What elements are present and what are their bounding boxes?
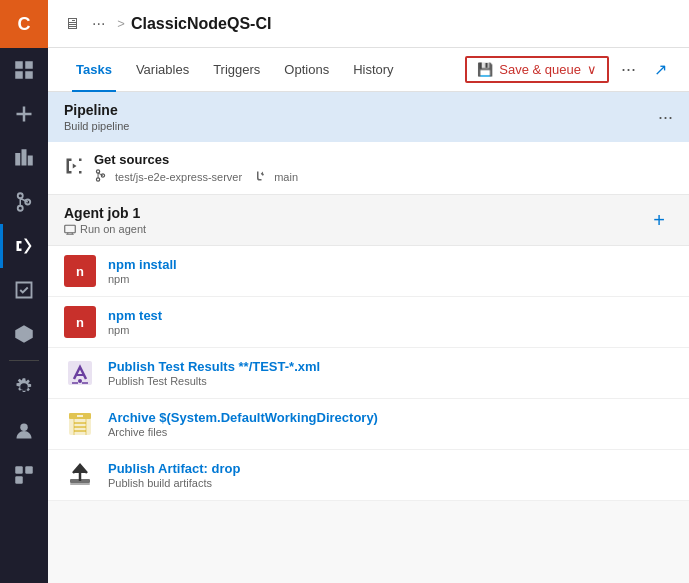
add-task-button[interactable]: + bbox=[645, 207, 673, 234]
get-sources-row[interactable]: Get sources test/js-e2e-express-server m… bbox=[48, 142, 689, 195]
agent-job-info: Agent job 1 Run on agent bbox=[64, 205, 146, 235]
svg-rect-4 bbox=[15, 153, 20, 166]
task-publish-test-results[interactable]: Publish Test Results **/TEST-*.xml Publi… bbox=[48, 348, 689, 399]
task-npm-install-subtitle: npm bbox=[108, 273, 673, 285]
npm-test-icon: n bbox=[64, 306, 96, 338]
svg-point-15 bbox=[96, 170, 99, 173]
get-sources-content: Get sources test/js-e2e-express-server m… bbox=[94, 152, 673, 184]
external-link-button[interactable]: ↗ bbox=[648, 56, 673, 83]
content-area: Pipeline Build pipeline ··· Get sources … bbox=[48, 92, 689, 583]
get-sources-title: Get sources bbox=[94, 152, 673, 167]
settings-icon[interactable] bbox=[0, 365, 48, 409]
pipelines-icon[interactable] bbox=[0, 224, 48, 268]
task-npm-install[interactable]: n npm install npm bbox=[48, 246, 689, 297]
svg-point-7 bbox=[18, 193, 23, 198]
task-npm-test-subtitle: npm bbox=[108, 324, 673, 336]
pipeline-title: Pipeline bbox=[64, 102, 129, 118]
breadcrumb: 🖥 ··· > ClassicNodeQS-CI bbox=[64, 15, 271, 33]
pipeline-subtitle: Build pipeline bbox=[64, 120, 129, 132]
agent-job-run-label: Run on agent bbox=[80, 223, 146, 235]
task-npm-test-title: npm test bbox=[108, 308, 673, 323]
tab-actions: 💾 Save & queue ∨ ··· ↗ bbox=[465, 55, 673, 84]
dropdown-arrow-icon: ∨ bbox=[587, 62, 597, 77]
task-archive[interactable]: Archive $(System.DefaultWorkingDirectory… bbox=[48, 399, 689, 450]
svg-rect-0 bbox=[15, 61, 23, 69]
task-publish-artifact-subtitle: Publish build artifacts bbox=[108, 477, 673, 489]
task-publish-test-results-content: Publish Test Results **/TEST-*.xml Publi… bbox=[108, 359, 673, 387]
svg-rect-1 bbox=[25, 61, 33, 69]
boards-icon[interactable] bbox=[0, 136, 48, 180]
extensions-icon[interactable] bbox=[0, 453, 48, 497]
svg-point-11 bbox=[20, 424, 28, 432]
npm-install-icon: n bbox=[64, 255, 96, 287]
agent-job-title: Agent job 1 bbox=[64, 205, 146, 221]
svg-point-8 bbox=[18, 206, 23, 211]
task-archive-content: Archive $(System.DefaultWorkingDirectory… bbox=[108, 410, 673, 438]
testplans-icon[interactable] bbox=[0, 268, 48, 312]
get-sources-meta: test/js-e2e-express-server main bbox=[94, 169, 673, 184]
pipeline-icon: 🖥 bbox=[64, 15, 80, 33]
svg-rect-5 bbox=[22, 149, 27, 165]
breadcrumb-more[interactable]: ··· bbox=[92, 15, 105, 33]
svg-rect-2 bbox=[15, 71, 23, 79]
svg-marker-10 bbox=[15, 325, 33, 343]
svg-rect-24 bbox=[70, 483, 90, 485]
publish-artifact-icon bbox=[64, 459, 96, 491]
pipeline-header: Pipeline Build pipeline ··· bbox=[48, 92, 689, 142]
svg-point-20 bbox=[78, 379, 82, 383]
agent-job-subtitle: Run on agent bbox=[64, 223, 146, 235]
save-queue-label: Save & queue bbox=[499, 62, 581, 77]
artifacts-icon[interactable] bbox=[0, 312, 48, 356]
svg-rect-13 bbox=[25, 466, 33, 474]
repo-icon bbox=[94, 169, 107, 184]
svg-rect-14 bbox=[15, 476, 23, 484]
svg-rect-18 bbox=[65, 225, 76, 233]
agent-job-header: Agent job 1 Run on agent + bbox=[48, 195, 689, 246]
save-queue-button[interactable]: 💾 Save & queue ∨ bbox=[465, 56, 609, 83]
task-npm-test[interactable]: n npm test npm bbox=[48, 297, 689, 348]
task-publish-artifact-content: Publish Artifact: drop Publish build art… bbox=[108, 461, 673, 489]
svg-point-16 bbox=[96, 178, 99, 181]
tab-tasks[interactable]: Tasks bbox=[64, 48, 124, 92]
tab-history[interactable]: History bbox=[341, 48, 405, 92]
save-icon: 💾 bbox=[477, 62, 493, 77]
more-options-button[interactable]: ··· bbox=[613, 55, 644, 84]
add-icon[interactable] bbox=[0, 92, 48, 136]
task-publish-artifact-title: Publish Artifact: drop bbox=[108, 461, 673, 476]
task-publish-test-results-title: Publish Test Results **/TEST-*.xml bbox=[108, 359, 673, 374]
task-publish-test-results-subtitle: Publish Test Results bbox=[108, 375, 673, 387]
breadcrumb-separator: > bbox=[117, 16, 125, 31]
topbar: 🖥 ··· > ClassicNodeQS-CI bbox=[48, 0, 689, 48]
svg-rect-6 bbox=[28, 156, 33, 166]
pipeline-info: Pipeline Build pipeline bbox=[64, 102, 129, 132]
repo-name: test/js-e2e-express-server bbox=[115, 171, 242, 183]
archive-icon bbox=[64, 408, 96, 440]
tab-options[interactable]: Options bbox=[272, 48, 341, 92]
task-archive-title: Archive $(System.DefaultWorkingDirectory… bbox=[108, 410, 673, 425]
svg-rect-3 bbox=[25, 71, 33, 79]
main-content: 🖥 ··· > ClassicNodeQS-CI Tasks Variables… bbox=[48, 0, 689, 583]
tab-triggers[interactable]: Triggers bbox=[201, 48, 272, 92]
org-logo[interactable]: C bbox=[0, 0, 48, 48]
page-title: ClassicNodeQS-CI bbox=[131, 15, 271, 33]
task-npm-install-content: npm install npm bbox=[108, 257, 673, 285]
sidebar: C bbox=[0, 0, 48, 583]
get-sources-icon bbox=[64, 156, 84, 180]
svg-rect-12 bbox=[15, 466, 23, 474]
branch-name: main bbox=[274, 171, 298, 183]
overview-icon[interactable] bbox=[0, 48, 48, 92]
repos-icon[interactable] bbox=[0, 180, 48, 224]
task-npm-test-content: npm test npm bbox=[108, 308, 673, 336]
tab-variables[interactable]: Variables bbox=[124, 48, 201, 92]
branch-icon bbox=[254, 170, 266, 184]
nav-tabs: Tasks Variables Triggers Options History… bbox=[48, 48, 689, 92]
task-publish-artifact[interactable]: Publish Artifact: drop Publish build art… bbox=[48, 450, 689, 501]
publish-test-results-icon bbox=[64, 357, 96, 389]
task-archive-subtitle: Archive files bbox=[108, 426, 673, 438]
pipeline-more-button[interactable]: ··· bbox=[658, 107, 673, 128]
usermgmt-icon[interactable] bbox=[0, 409, 48, 453]
task-npm-install-title: npm install bbox=[108, 257, 673, 272]
